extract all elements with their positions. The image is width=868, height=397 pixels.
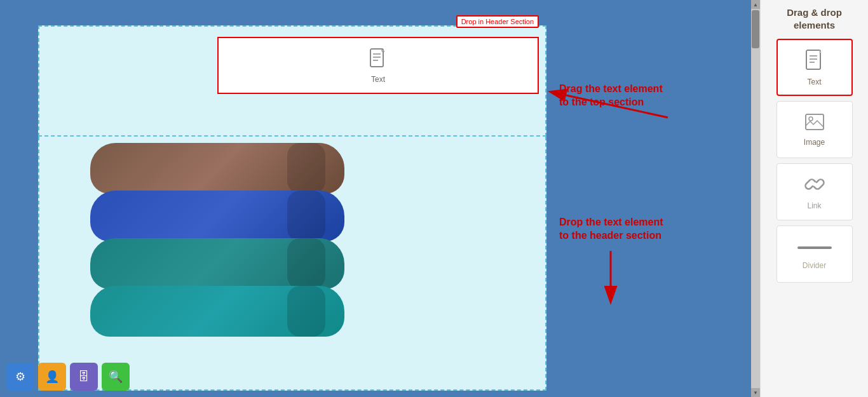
annotation-top: Drag the text element to the top section (559, 83, 724, 109)
text-element-icon (369, 48, 387, 72)
text-element-label: Text (371, 75, 385, 84)
image-card-label: Image (804, 138, 825, 147)
svg-rect-3 (370, 49, 383, 67)
annotation-top-text: Drag the text element to the top section (559, 83, 724, 109)
header-section[interactable]: Drop in Header Section Text (38, 25, 546, 137)
svg-rect-11 (806, 114, 824, 130)
panel-title: Drag & drop elements (766, 6, 863, 31)
towels-image (90, 143, 357, 372)
element-card-image[interactable]: Image (776, 101, 853, 158)
search-button[interactable]: 🔍 (102, 363, 130, 391)
towel-brown (90, 143, 344, 194)
element-card-link[interactable]: Link (776, 163, 853, 220)
main-canvas: Drop in Header Section Text (0, 0, 751, 397)
database-icon: 🗄 (78, 370, 90, 384)
link-card-icon (804, 174, 825, 199)
text-card-icon (805, 49, 824, 75)
drop-label: Drop in Header Section (456, 15, 539, 28)
element-card-divider[interactable]: Divider (776, 225, 853, 283)
bottom-toolbar: ⚙ 👤 🗄 🔍 (6, 363, 130, 391)
scrollbar-up[interactable]: ▲ (751, 0, 760, 9)
search-icon: 🔍 (109, 370, 123, 384)
canvas-scrollbar[interactable]: ▲ ▼ (751, 0, 760, 397)
text-element-dragging[interactable]: Text (217, 37, 539, 94)
settings-button[interactable]: ⚙ (6, 363, 34, 391)
element-card-text[interactable]: Text (776, 39, 853, 96)
divider-card-label: Divider (803, 261, 826, 270)
database-button[interactable]: 🗄 (70, 363, 98, 391)
scrollbar-thumb[interactable] (752, 10, 759, 48)
text-card-label: Text (807, 77, 821, 86)
svg-rect-7 (806, 50, 820, 69)
builder-area: Drop in Header Section Text (38, 25, 546, 391)
image-card-icon (804, 113, 825, 135)
towel-teal (90, 238, 344, 289)
scrollbar-down[interactable]: ▼ (751, 388, 760, 397)
towel-light-teal (90, 286, 344, 337)
annotation-bottom-text: Drop the text element to the header sect… (559, 216, 724, 243)
annotation-bottom: Drop the text element to the header sect… (559, 216, 724, 243)
body-section (38, 137, 546, 391)
towel-blue (90, 191, 344, 241)
user-icon: 👤 (45, 370, 59, 384)
right-panel: Drag & drop elements Text Image (760, 0, 868, 397)
link-card-label: Link (807, 201, 821, 210)
settings-icon: ⚙ (15, 370, 25, 384)
user-button[interactable]: 👤 (38, 363, 66, 391)
divider-card-icon (796, 238, 834, 259)
